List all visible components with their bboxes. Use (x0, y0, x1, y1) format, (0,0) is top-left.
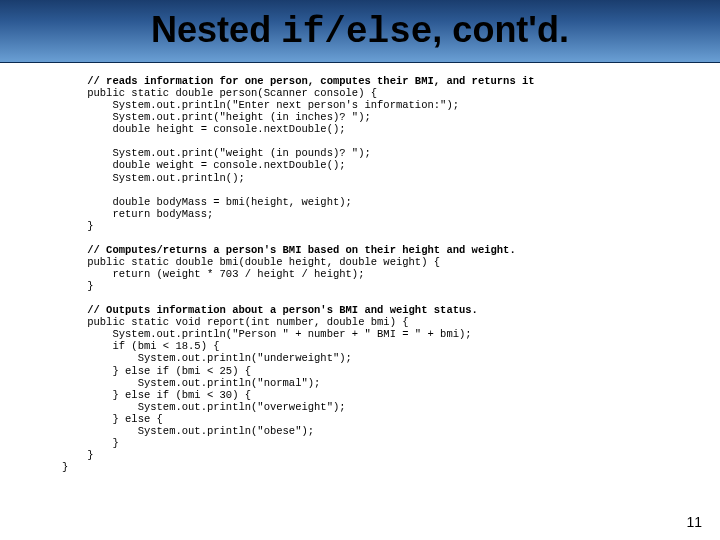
code-line: } (87, 220, 93, 232)
page-number: 11 (686, 514, 702, 530)
title-bar: Nested if/else, cont'd. (0, 0, 720, 63)
code-line: System.out.println("normal"); (87, 377, 320, 389)
title-prefix: Nested (151, 9, 281, 50)
code-line: } else { (87, 413, 163, 425)
code-line: } else if (bmi < 25) { (87, 365, 251, 377)
slide-title: Nested if/else, cont'd. (151, 9, 569, 53)
code-line: } (87, 280, 93, 292)
comment-3: // Outputs information about a person's … (87, 304, 478, 316)
code-line: double bodyMass = bmi(height, weight); (87, 196, 352, 208)
code-line: System.out.println(); (87, 172, 245, 184)
code-line: return (weight * 703 / height / height); (87, 268, 364, 280)
code-line: public static void report(int number, do… (87, 316, 408, 328)
code-line: public static double bmi(double height, … (87, 256, 440, 268)
code-line: System.out.print("height (in inches)? ")… (87, 111, 371, 123)
code-line: public static double person(Scanner cons… (87, 87, 377, 99)
code-line: } (62, 461, 68, 473)
code-line: if (bmi < 18.5) { (87, 340, 219, 352)
code-block: // reads information for one person, com… (0, 63, 720, 473)
title-suffix: , cont'd. (432, 9, 569, 50)
slide: Nested if/else, cont'd. // reads informa… (0, 0, 720, 540)
code-line: } (87, 437, 119, 449)
code-line: System.out.print("weight (in pounds)? ")… (87, 147, 371, 159)
code-line: System.out.println("overweight"); (87, 401, 345, 413)
code-line: System.out.println("Person " + number + … (87, 328, 471, 340)
title-code: if/else (281, 12, 432, 53)
comment-2: // Computes/returns a person's BMI based… (87, 244, 515, 256)
code-line: double weight = console.nextDouble(); (87, 159, 345, 171)
code-line: } (87, 449, 93, 461)
comment-1: // reads information for one person, com… (87, 75, 534, 87)
code-line: System.out.println("obese"); (87, 425, 314, 437)
code-line: double height = console.nextDouble(); (87, 123, 345, 135)
code-line: return bodyMass; (87, 208, 213, 220)
code-line: } else if (bmi < 30) { (87, 389, 251, 401)
code-line: System.out.println("underweight"); (87, 352, 352, 364)
code-line: System.out.println("Enter next person's … (87, 99, 459, 111)
